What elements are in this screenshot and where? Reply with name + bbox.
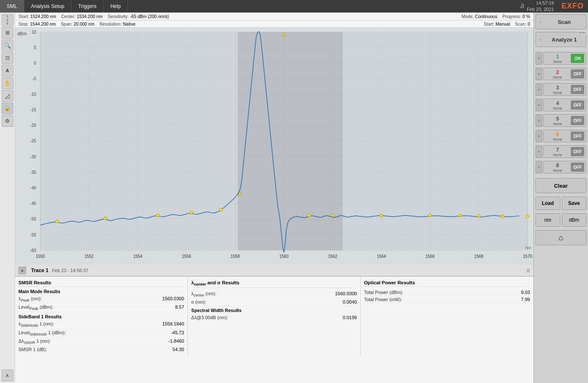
trace-4-row: ‹ 4 None OFF bbox=[536, 99, 586, 111]
optical-power-title: Optical Power Results bbox=[364, 280, 530, 287]
trace-1-chevron[interactable]: ‹ bbox=[536, 52, 542, 65]
antenna-icon: Ꭿ bbox=[517, 3, 527, 10]
level-sidemode-row: LevelSideMode 1 (dBm): -45.73 bbox=[18, 329, 184, 338]
trace-6-toggle[interactable]: OFF bbox=[571, 131, 584, 141]
trace-3-info: 3 None bbox=[545, 84, 570, 95]
dbm-button[interactable]: dBm bbox=[562, 213, 587, 227]
save-button[interactable]: Save bbox=[562, 197, 587, 210]
lambda-sidemode-value: 1558.1840 bbox=[150, 321, 184, 328]
smsr-section-title: SMSR Results bbox=[18, 280, 184, 287]
home-button[interactable]: ⌂ bbox=[536, 230, 586, 245]
zoom-area-tool[interactable]: 🔍 bbox=[2, 39, 13, 51]
trace-6-info: 6 None bbox=[545, 131, 570, 142]
results-grid: SMSR Results Main Mode Results λPeak (nm… bbox=[15, 276, 533, 357]
svg-point-61 bbox=[157, 214, 160, 217]
total-power-mw-value: 7.99 bbox=[496, 297, 530, 302]
main-layout: 123 ⊞ 🔍 ⊡ A ✋ ◿ 🔒 ⚙ ∧ Start: 1524.200 nm… bbox=[0, 13, 588, 383]
svg-point-59 bbox=[56, 220, 59, 223]
resolution-value: Native bbox=[123, 21, 135, 26]
svg-text:1570: 1570 bbox=[523, 254, 533, 259]
trace-6-chevron[interactable]: ‹ bbox=[536, 130, 542, 142]
trace-5-row: ‹ 5 None OFF bbox=[536, 114, 586, 127]
zoom-auto-tool[interactable]: A bbox=[2, 65, 13, 76]
trace-4-num: 4 bbox=[556, 100, 559, 106]
trace-title: Trace 1 bbox=[31, 268, 48, 273]
load-button[interactable]: Load bbox=[536, 197, 560, 210]
chart-nav-up[interactable]: ∧ bbox=[2, 370, 13, 381]
trace-8-chevron[interactable]: ‹ bbox=[536, 161, 542, 173]
svg-text:0: 0 bbox=[34, 61, 36, 66]
chart-svg-wrapper[interactable]: dBm 10 5 0 -5 -10 -15 -20 -2 bbox=[15, 28, 533, 265]
trace-5-toggle[interactable]: OFF bbox=[571, 116, 584, 125]
unit-row: nm dBm bbox=[536, 213, 586, 227]
menu-tab-help[interactable]: Help bbox=[104, 0, 128, 13]
menu-tab-sml[interactable]: SML bbox=[0, 0, 24, 13]
zoom-all-tool[interactable]: ⊡ bbox=[2, 52, 13, 64]
trace-header: v Trace 1 Feb 23 - 14:56:37 ☰ bbox=[15, 265, 533, 276]
menu-tab-analysis[interactable]: Analysis Setup bbox=[24, 0, 71, 13]
svg-text:1564: 1564 bbox=[377, 254, 386, 259]
start-value: 1524.200 nm bbox=[30, 14, 56, 19]
svg-text:-5: -5 bbox=[32, 76, 36, 81]
scan-button[interactable]: ‹ Scan bbox=[536, 14, 586, 29]
lambda-center-value: 1560.0300 bbox=[323, 291, 357, 297]
trace-7-toggle[interactable]: OFF bbox=[571, 147, 584, 156]
analyze-auto-label: Auto bbox=[578, 31, 586, 34]
zoom-fit-tool[interactable]: ⊞ bbox=[2, 27, 13, 39]
sigma-row: σ (nm): 0.0040 bbox=[191, 299, 357, 306]
svg-text:1568: 1568 bbox=[474, 254, 484, 259]
span-label: Span: bbox=[61, 21, 72, 26]
svg-text:1558: 1558 bbox=[231, 254, 240, 259]
span-value: 20.000 nm bbox=[74, 21, 94, 26]
pan-tool[interactable]: ✋ bbox=[2, 77, 13, 89]
trace-3-chevron[interactable]: ‹ bbox=[536, 83, 542, 96]
trace-8-toggle[interactable]: OFF bbox=[571, 163, 584, 172]
smsr-row: SMSR 1 (dB): 54.30 bbox=[18, 346, 184, 353]
total-power-dbm-value: 9.03 bbox=[496, 290, 530, 295]
datetime-display: 14:57:19 Feb 23, 2021 bbox=[527, 0, 557, 12]
svg-text:hm: hm bbox=[525, 246, 531, 250]
marker-tool[interactable]: ◿ bbox=[2, 90, 13, 102]
trace-7-sub: None bbox=[553, 153, 562, 157]
trace-5-inner: 5 None OFF bbox=[543, 114, 586, 127]
level-sidemode-label: LevelSideMode 1 (dBm): bbox=[18, 330, 66, 336]
trace-1-info: 1 Store bbox=[545, 53, 570, 64]
trace-1-toggle[interactable]: ON bbox=[571, 54, 584, 63]
trace-5-num: 5 bbox=[556, 115, 559, 122]
lambda-sidemode-row: λSideMode 1 (nm): 1558.1840 bbox=[18, 320, 184, 329]
trace-5-chevron[interactable]: ‹ bbox=[536, 114, 542, 127]
resolution-label: Resolution: bbox=[100, 21, 122, 26]
trace-4-toggle[interactable]: OFF bbox=[571, 100, 584, 110]
trace-7-chevron[interactable]: ‹ bbox=[536, 145, 542, 158]
number-display-tool[interactable]: 123 bbox=[2, 14, 13, 26]
svg-text:1560: 1560 bbox=[279, 254, 289, 259]
trace-1-inner: 1 Store ON bbox=[543, 52, 586, 65]
level-peak-row: LevelPeak (dBm): 8.57 bbox=[18, 304, 184, 312]
trace-2-toggle[interactable]: OFF bbox=[571, 69, 584, 79]
nm-button[interactable]: nm bbox=[536, 213, 560, 227]
sensitivity-value: -65 dBm (200 nm/s) bbox=[130, 14, 169, 19]
svg-text:1562: 1562 bbox=[328, 254, 338, 259]
clear-button[interactable]: Clear bbox=[536, 178, 586, 193]
trace-5-info: 5 None bbox=[545, 115, 570, 126]
trace-6-num: 6 bbox=[556, 131, 559, 137]
trace-2-info: 2 None bbox=[545, 69, 570, 79]
center-area: Start: 1524.200 nm Center: 1534.200 nm S… bbox=[15, 13, 533, 383]
svg-text:dBm: dBm bbox=[17, 31, 27, 36]
config-tool[interactable]: ⚙ bbox=[2, 115, 13, 127]
stop-value: 1544.200 nm bbox=[30, 21, 56, 26]
menu-tab-triggers[interactable]: Triggers bbox=[71, 0, 104, 13]
trace-6-sub: None bbox=[553, 137, 562, 142]
mode-value: Continuous bbox=[475, 14, 497, 19]
expand-icon[interactable]: ☰ bbox=[526, 268, 530, 273]
trace-4-chevron[interactable]: ‹ bbox=[536, 99, 542, 111]
smsr-results-section: SMSR Results Main Mode Results λPeak (nm… bbox=[15, 277, 188, 357]
svg-text:-40: -40 bbox=[30, 186, 37, 190]
svg-text:-30: -30 bbox=[30, 155, 37, 159]
trace-2-chevron[interactable]: ‹ bbox=[536, 68, 542, 80]
lock-tool[interactable]: 🔒 bbox=[2, 102, 13, 114]
stop-label: Stop: bbox=[18, 21, 29, 26]
trace-collapse-btn[interactable]: v bbox=[18, 267, 26, 274]
scan-chevron: ‹ bbox=[538, 14, 543, 29]
trace-3-toggle[interactable]: OFF bbox=[571, 85, 584, 94]
